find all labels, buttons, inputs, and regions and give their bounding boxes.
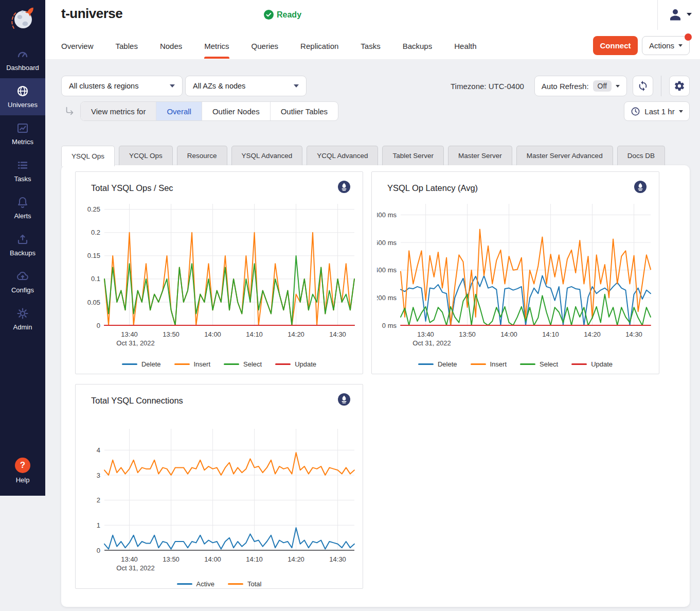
- metrics-settings-button[interactable]: [669, 76, 690, 96]
- legend-swatch: [471, 363, 486, 365]
- sidebar-item-metrics[interactable]: Metrics: [0, 115, 45, 152]
- clusters-regions-dropdown[interactable]: All clusters & regions: [61, 76, 183, 96]
- sidebar-item-backups[interactable]: Backups: [0, 226, 45, 264]
- legend-item-active[interactable]: Active: [177, 580, 214, 588]
- legend-label: Insert: [194, 360, 211, 368]
- svg-text:0.05: 0.05: [87, 299, 100, 306]
- metric-tab-tablet-server[interactable]: Tablet Server: [382, 146, 444, 165]
- metric-tab-ycql-ops[interactable]: YCQL Ops: [119, 146, 173, 165]
- svg-text:14:00: 14:00: [204, 330, 221, 338]
- prometheus-icon[interactable]: [338, 393, 350, 408]
- prometheus-icon[interactable]: [634, 181, 647, 195]
- metric-tab-master-server-advanced[interactable]: Master Server Advanced: [516, 146, 613, 165]
- list-icon: [16, 159, 29, 172]
- user-menu[interactable]: [668, 7, 692, 22]
- metric-tab-docs-db[interactable]: Docs DB: [617, 146, 665, 165]
- tab-tables[interactable]: Tables: [116, 33, 138, 59]
- legend-swatch: [418, 363, 434, 365]
- sidebar-item-universes[interactable]: Universes: [0, 78, 45, 115]
- legend-item-delete[interactable]: Delete: [122, 360, 161, 368]
- chevron-down-icon: [294, 84, 299, 88]
- metric-tab-master-server[interactable]: Master Server: [448, 146, 512, 165]
- tab-replication[interactable]: Replication: [300, 33, 338, 59]
- prometheus-icon: [338, 393, 350, 406]
- svg-text:600 ms: 600 ms: [377, 239, 397, 247]
- series-insert: [401, 230, 651, 325]
- view-metrics-row: View metrics forOverallOutlier NodesOutl…: [61, 101, 690, 121]
- tab-health[interactable]: Health: [454, 33, 476, 59]
- svg-text:200 ms: 200 ms: [377, 294, 397, 302]
- tab-overview[interactable]: Overview: [61, 33, 94, 59]
- refresh-button[interactable]: [633, 76, 653, 96]
- tab-backups[interactable]: Backups: [403, 33, 433, 59]
- metric-card: YSQL Op Latency (Avg)0 ms200 ms400 ms600…: [371, 171, 659, 374]
- sidebar-item-label: Help: [16, 476, 30, 484]
- sidebar-item-configs[interactable]: Configs: [0, 264, 45, 301]
- prometheus-icon[interactable]: [338, 181, 350, 195]
- metric-tab-ysql-ops[interactable]: YSQL Ops: [61, 146, 115, 166]
- legend-item-insert[interactable]: Insert: [471, 360, 507, 368]
- sidebar-item-alerts[interactable]: Alerts: [0, 189, 45, 226]
- view-metrics-label: View metrics for: [81, 102, 156, 120]
- view-tab-overall[interactable]: Overall: [156, 102, 202, 120]
- sidebar-item-tasks[interactable]: Tasks: [0, 152, 45, 189]
- azs-nodes-value: All AZs & nodes: [193, 82, 245, 90]
- legend-item-insert[interactable]: Insert: [174, 360, 211, 368]
- legend-item-select[interactable]: Select: [224, 360, 262, 368]
- svg-text:Oct 31, 2022: Oct 31, 2022: [412, 339, 451, 347]
- svg-text:14:30: 14:30: [329, 330, 346, 338]
- notification-dot: [685, 33, 692, 41]
- help-icon: ?: [15, 458, 30, 473]
- app-logo[interactable]: [9, 0, 37, 39]
- divider: [657, 0, 658, 30]
- caret-down-icon: [687, 13, 692, 16]
- filter-row: All clusters & regions All AZs & nodes T…: [61, 76, 690, 96]
- legend-swatch: [224, 363, 239, 365]
- connect-button[interactable]: Connect: [593, 36, 638, 55]
- legend-item-delete[interactable]: Delete: [418, 360, 457, 368]
- svg-text:400 ms: 400 ms: [377, 266, 397, 274]
- tab-metrics[interactable]: Metrics: [204, 33, 229, 59]
- metric-tabs: YSQL OpsYCQL OpsResourceYSQL AdvancedYCQ…: [61, 146, 690, 165]
- legend-swatch: [571, 363, 587, 365]
- globe-icon: [16, 84, 29, 98]
- svg-text:Oct 31, 2022: Oct 31, 2022: [116, 564, 154, 572]
- series-select: [401, 294, 651, 325]
- metric-tab-ycql-advanced[interactable]: YCQL Advanced: [307, 146, 378, 165]
- sidebar-item-dashboard[interactable]: Dashboard: [0, 41, 45, 78]
- svg-text:14:20: 14:20: [288, 330, 304, 338]
- legend-label: Select: [243, 360, 262, 368]
- clock-icon: [631, 107, 640, 116]
- page: { "app": { "title": "t-universe", "statu…: [0, 0, 700, 611]
- legend-item-update[interactable]: Update: [275, 360, 316, 368]
- sidebar: DashboardUniversesMetricsTasksAlertsBack…: [0, 0, 45, 496]
- metric-tab-resource[interactable]: Resource: [177, 146, 227, 165]
- line-chart-icon: [16, 121, 29, 135]
- legend-item-update[interactable]: Update: [571, 360, 613, 368]
- refresh-icon: [637, 80, 649, 92]
- legend-item-select[interactable]: Select: [520, 360, 558, 368]
- time-range-button[interactable]: Last 1 hr: [624, 101, 690, 121]
- svg-text:13:40: 13:40: [121, 555, 138, 563]
- svg-text:14:10: 14:10: [246, 330, 263, 338]
- tab-queries[interactable]: Queries: [252, 33, 279, 59]
- sidebar-item-help[interactable]: ? Help: [0, 451, 45, 491]
- tab-nodes[interactable]: Nodes: [160, 33, 182, 59]
- legend-label: Total: [247, 580, 261, 588]
- view-tab-outlier-tables[interactable]: Outlier Tables: [270, 102, 338, 120]
- metric-card: Total YSQL Connections0123413:40Oct 31, …: [75, 384, 363, 589]
- svg-text:0: 0: [97, 322, 100, 329]
- metric-tab-ysql-advanced[interactable]: YSQL Advanced: [231, 146, 303, 165]
- view-tab-outlier-nodes[interactable]: Outlier Nodes: [202, 102, 270, 120]
- legend-swatch: [174, 363, 190, 365]
- auto-refresh-button[interactable]: Auto Refresh: Off: [534, 76, 627, 96]
- sidebar-item-admin[interactable]: Admin: [0, 301, 45, 338]
- gear-icon: [16, 307, 29, 320]
- actions-button[interactable]: Actions: [642, 36, 690, 55]
- legend-swatch: [228, 583, 243, 585]
- tab-tasks[interactable]: Tasks: [361, 33, 380, 59]
- azs-nodes-dropdown[interactable]: All AZs & nodes: [185, 76, 307, 96]
- svg-text:14:30: 14:30: [625, 330, 642, 338]
- legend-item-total[interactable]: Total: [228, 580, 261, 588]
- metrics-panel: Total YSQL Ops / Sec00.050.10.150.20.251…: [61, 165, 690, 607]
